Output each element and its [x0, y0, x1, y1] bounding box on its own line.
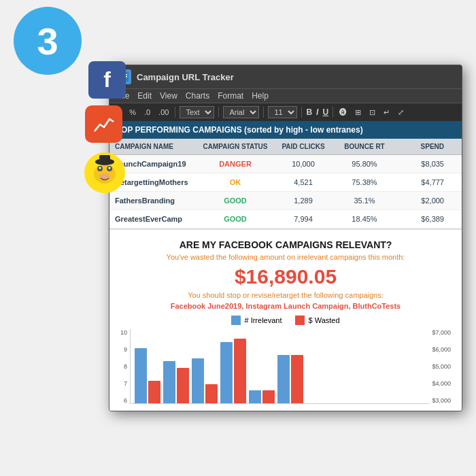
chart-subtitle: You've wasted the following amount on ir… [120, 253, 451, 261]
step-number-text: 3 [37, 19, 58, 63]
merge-btn[interactable]: ⊡ [367, 107, 377, 118]
column-headers: CAMPAIGN NAME CAMPAIGN STATUS PAID CLICK… [109, 139, 462, 155]
decimal-btn[interactable]: .0 [142, 107, 152, 117]
expand-btn[interactable]: ⤢ [396, 107, 406, 118]
y-left-7: 7 [120, 380, 127, 387]
chart-campaigns: Facebook June2019, Instagram Launch Camp… [120, 302, 451, 310]
col-header-clicks: PAID CLICKS [273, 141, 334, 152]
bar-irrelevant [220, 342, 233, 403]
window-title: Campaign URL Tracker [137, 72, 234, 82]
cell-paid-clicks: 4,521 [273, 177, 334, 188]
chart-note: You should stop or revise/retarget the f… [120, 291, 451, 299]
svg-rect-8 [99, 155, 110, 163]
menu-format[interactable]: Format [218, 91, 243, 101]
wrap-btn[interactable]: ↵ [381, 107, 392, 118]
y-left-10: 10 [120, 329, 127, 336]
bar-irrelevant [135, 348, 147, 403]
y-left-9: 9 [120, 346, 127, 353]
format-select[interactable]: Text [180, 106, 214, 118]
legend-irrelevant-label: # Irrelevant [244, 316, 282, 324]
paint-btn[interactable]: 🅐 [337, 107, 349, 117]
table-row: RetargettingMothers OK 4,521 75.38% $4,7… [109, 173, 462, 192]
cell-spend: $2,000 [395, 195, 449, 206]
cell-spend: $6,389 [395, 214, 449, 224]
size-select[interactable]: 11 [268, 106, 297, 118]
table-header-row: TOP PERFORMING CAMPAIGNS (sorted by high… [109, 121, 462, 139]
bar-irrelevant [163, 361, 175, 403]
bar-irrelevant [192, 358, 204, 404]
bar-group [277, 355, 303, 403]
table-rows: LaunchCampaign19 DANGER 10,000 95.80% $8… [109, 155, 462, 228]
bar-group [135, 348, 160, 403]
y-right-6000: $6,000 [432, 346, 451, 353]
facebook-icon: f [88, 61, 126, 99]
y-right-5000: $5,000 [432, 363, 451, 370]
cell-spend: $4,777 [395, 177, 449, 188]
cell-bounce-rate: 35.1% [334, 195, 395, 206]
cell-campaign-status: GOOD [198, 214, 273, 224]
table-row: LaunchCampaign19 DANGER 10,000 95.80% $8… [109, 155, 462, 173]
bar-group [192, 358, 218, 404]
chart-amount: $16,890.05 [120, 265, 451, 288]
sep4 [301, 107, 302, 118]
bar-wasted [177, 368, 189, 403]
bar-irrelevant [277, 355, 290, 403]
col-header-spend: SPEND [395, 141, 449, 152]
table-row: GreatestEverCamp GOOD 7,994 18.45% $6,38… [109, 210, 462, 228]
legend-wasted-label: $ Wasted [308, 316, 339, 324]
sep5 [333, 107, 333, 118]
decimal2-btn[interactable]: .00 [156, 107, 171, 117]
cell-campaign-name: GreatestEverCamp [109, 214, 198, 224]
col-header-status: CAMPAIGN STATUS [198, 141, 273, 152]
sep2 [218, 107, 219, 118]
svg-point-6 [99, 173, 110, 180]
legend-wasted: $ Wasted [295, 316, 339, 325]
underline-btn[interactable]: U [322, 107, 328, 117]
border-btn[interactable]: ⊞ [353, 107, 363, 118]
cell-campaign-status: OK [198, 177, 273, 188]
cell-spend: $8,035 [395, 158, 449, 169]
legend-red-box [295, 316, 305, 325]
cell-paid-clicks: 1,289 [273, 195, 334, 206]
legend-irrelevant: # Irrelevant [231, 316, 282, 325]
legend-blue-box [231, 316, 241, 325]
step-number-badge: 3 [14, 7, 82, 75]
svg-point-4 [99, 167, 101, 169]
analytics-icon [85, 105, 122, 143]
chart-section: ARE MY FACEBOOK CAMPAIGNS RELEVANT? You'… [109, 228, 462, 411]
chart-title: ARE MY FACEBOOK CAMPAIGNS RELEVANT? [120, 239, 451, 250]
cell-bounce-rate: 75.38% [334, 177, 395, 188]
svg-point-5 [109, 167, 111, 169]
bar-wasted [234, 339, 246, 403]
table-header-title: TOP PERFORMING CAMPAIGNS (sorted by high… [116, 125, 455, 135]
bar-group [249, 390, 275, 403]
bar-wasted [262, 390, 275, 403]
y-right-3000: $3,000 [432, 397, 451, 404]
italic-btn[interactable]: I [316, 107, 318, 117]
bar-wasted [148, 381, 160, 403]
percent-btn[interactable]: % [127, 107, 138, 117]
y-axis-right: $7,000 $6,000 $5,000 $4,000 $3,000 [432, 329, 451, 404]
cell-paid-clicks: 10,000 [273, 158, 334, 169]
menu-view[interactable]: View [160, 91, 177, 101]
y-right-4000: $4,000 [432, 380, 451, 387]
bar-chart: 10 9 8 7 6 $7,000 $6,000 $5,000 $4,000 $… [120, 329, 451, 404]
col-header-bounce: BOUNCE RT [334, 141, 395, 152]
bars-area [130, 329, 429, 404]
bar-wasted [291, 355, 303, 403]
y-left-8: 8 [120, 363, 127, 370]
font-select[interactable]: Arial [223, 106, 259, 118]
y-left-6: 6 [120, 397, 127, 404]
menu-help[interactable]: Help [252, 91, 269, 101]
menu-charts[interactable]: Charts [186, 91, 209, 101]
toolbar: $ % .0 .00 Text Arial 11 B I U 🅐 ⊞ ⊡ ↵ ⤢ [109, 103, 462, 121]
table-row: FathersBranding GOOD 1,289 35.1% $2,000 [109, 192, 462, 210]
cell-bounce-rate: 95.80% [334, 158, 395, 169]
chart-legend: # Irrelevant $ Wasted [120, 316, 451, 325]
bar-group [220, 339, 246, 403]
sep3 [263, 107, 264, 118]
menu-edit[interactable]: Edit [137, 91, 152, 101]
bar-group [163, 361, 189, 403]
bar-wasted [205, 384, 218, 404]
bold-btn[interactable]: B [306, 107, 312, 117]
